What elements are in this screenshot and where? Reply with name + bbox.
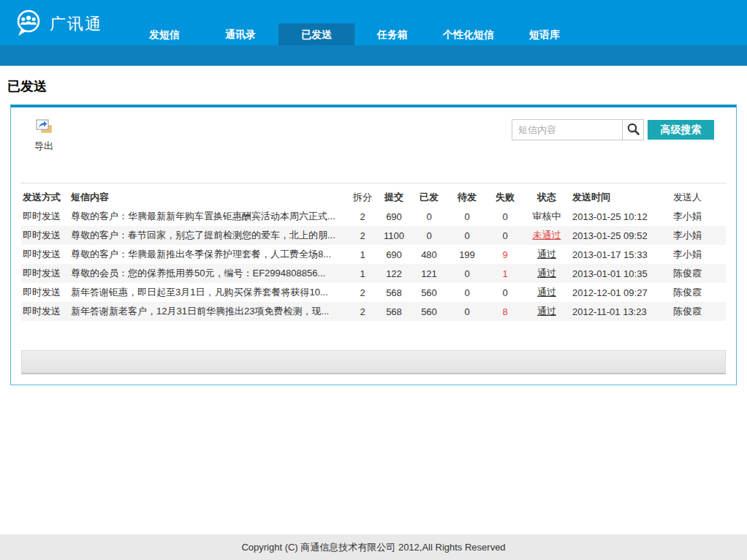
cell-pending: 0 bbox=[448, 302, 486, 321]
cell-mode: 即时发送 bbox=[21, 207, 71, 226]
toolbar-table-divider bbox=[21, 183, 726, 183]
table-row: 即时发送尊敬的客户：春节回家，别忘了提前检测您的爱车，北上的朋...211000… bbox=[21, 226, 726, 245]
cell-mode: 即时发送 bbox=[21, 283, 71, 302]
cell-pending: 0 bbox=[448, 226, 486, 245]
column-header-time: 发送时间 bbox=[569, 188, 670, 207]
nav-tabs: 发短信通讯录已发送任务箱个性化短信短语库 bbox=[126, 23, 583, 45]
cell-failed: 1 bbox=[486, 264, 524, 283]
nav-tab-send-sms[interactable]: 发短信 bbox=[126, 23, 202, 45]
column-header-content: 短信内容 bbox=[71, 188, 347, 207]
cell-submitted: 690 bbox=[378, 207, 410, 226]
chat-bubble-people-icon bbox=[13, 7, 44, 40]
cell-split: 2 bbox=[347, 226, 378, 245]
cell-split: 2 bbox=[347, 283, 378, 302]
cell-submitted: 568 bbox=[378, 283, 410, 302]
cell-submitted: 122 bbox=[378, 264, 410, 283]
cell-failed: 0 bbox=[486, 283, 524, 302]
column-header-status: 状态 bbox=[524, 188, 569, 207]
brand-logo[interactable]: 广讯通 bbox=[13, 7, 102, 40]
cell-submitted: 568 bbox=[378, 302, 410, 321]
table-row: 即时发送新年答谢钜惠，即日起至3月1日，凡购买保养套餐将获得10...25685… bbox=[21, 283, 726, 302]
brand-name: 广讯通 bbox=[50, 13, 102, 35]
cell-time: 2013-01-25 10:12 bbox=[569, 207, 670, 226]
table-body: 即时发送尊敬的客户：华腾最新新年购车置换钜惠酬宾活动本周六正式...269000… bbox=[21, 207, 726, 321]
cell-submitted: 690 bbox=[378, 245, 410, 264]
column-header-split: 拆分 bbox=[347, 188, 378, 207]
column-header-pending: 待发 bbox=[448, 188, 486, 207]
cell-failed: 8 bbox=[486, 302, 524, 321]
status-link[interactable]: 未通过 bbox=[524, 226, 569, 245]
cell-time: 2012-11-01 13:23 bbox=[569, 302, 670, 321]
table-row: 即时发送新年答谢新老客户，12月31日前华腾推出23项免费检测，现...2568… bbox=[21, 302, 726, 321]
table-row: 即时发送尊敬的会员：您的保养抵用券50元，编号：EF2994808856...1… bbox=[21, 264, 726, 283]
cell-mode: 即时发送 bbox=[21, 245, 71, 264]
cell-split: 1 bbox=[347, 264, 378, 283]
cell-sent: 121 bbox=[410, 264, 448, 283]
nav-tab-sent[interactable]: 已发送 bbox=[278, 23, 354, 45]
cell-time: 2013-01-01 10:35 bbox=[569, 264, 670, 283]
cell-mode: 即时发送 bbox=[21, 264, 71, 283]
cell-submitted: 1100 bbox=[378, 226, 410, 245]
cell-content: 尊敬的客户：华腾最新新年购车置换钜惠酬宾活动本周六正式... bbox=[71, 207, 347, 226]
cell-content: 尊敬的客户：春节回家，别忘了提前检测您的爱车，北上的朋... bbox=[71, 226, 347, 245]
cell-pending: 0 bbox=[448, 207, 486, 226]
toolbar: 导出 高级搜索 bbox=[11, 107, 736, 172]
cell-pending: 0 bbox=[448, 264, 486, 283]
column-header-mode: 发送方式 bbox=[21, 188, 71, 207]
search-button[interactable] bbox=[622, 119, 644, 140]
cell-content: 新年答谢新老客户，12月31日前华腾推出23项免费检测，现... bbox=[71, 302, 347, 321]
cell-sender: 李小娟 bbox=[670, 207, 726, 226]
cell-sent: 560 bbox=[410, 302, 448, 321]
page-title: 已发送 bbox=[7, 77, 747, 95]
top-header-bar: 广讯通 发短信通讯录已发送任务箱个性化短信短语库 bbox=[0, 0, 747, 45]
cell-mode: 即时发送 bbox=[21, 302, 71, 321]
table-header-row: 发送方式短信内容拆分提交已发待发失败状态发送时间发送人 bbox=[21, 188, 726, 207]
status-link[interactable]: 通过 bbox=[524, 283, 569, 302]
sent-list-panel: 导出 高级搜索 发送方式短信内容拆分提交已发待发失败状态发送时间发送人 即时发送… bbox=[10, 105, 737, 385]
cell-sender: 陈俊霞 bbox=[670, 283, 726, 302]
cell-content: 尊敬的客户：华腾最新推出冬季保养护理套餐，人工费全场8... bbox=[71, 245, 347, 264]
nav-tab-phrase-library[interactable]: 短语库 bbox=[507, 23, 583, 45]
cell-failed: 0 bbox=[486, 226, 524, 245]
export-button[interactable]: 导出 bbox=[34, 119, 53, 153]
cell-sender: 陈俊霞 bbox=[670, 302, 726, 321]
status-link[interactable]: 通过 bbox=[524, 245, 569, 264]
footer: Copyright (C) 商通信息技术有限公司 2012,All Rights… bbox=[0, 534, 747, 560]
cell-content: 尊敬的会员：您的保养抵用券50元，编号：EF2994808856... bbox=[71, 264, 347, 283]
nav-tab-task-box[interactable]: 任务箱 bbox=[354, 23, 431, 45]
pagination-bar bbox=[21, 350, 726, 374]
status-link[interactable]: 通过 bbox=[524, 302, 569, 321]
cell-pending: 0 bbox=[448, 283, 486, 302]
status-link: 审核中 bbox=[524, 207, 569, 226]
cell-failed: 0 bbox=[486, 207, 524, 226]
cell-sent: 0 bbox=[410, 207, 448, 226]
copyright-text: Copyright (C) 商通信息技术有限公司 2012,All Rights… bbox=[241, 542, 505, 553]
table-row: 即时发送尊敬的客户：华腾最新新年购车置换钜惠酬宾活动本周六正式...269000… bbox=[21, 207, 726, 226]
table-row: 即时发送尊敬的客户：华腾最新推出冬季保养护理套餐，人工费全场8...169048… bbox=[21, 245, 726, 264]
cell-sent: 560 bbox=[410, 283, 448, 302]
cell-failed: 9 bbox=[486, 245, 524, 264]
export-icon bbox=[36, 124, 52, 135]
search-input[interactable] bbox=[512, 119, 623, 140]
column-header-failed: 失败 bbox=[486, 188, 524, 207]
cell-time: 2013-01-17 15:33 bbox=[569, 245, 670, 264]
cell-time: 2012-12-01 09:27 bbox=[569, 283, 670, 302]
cell-sender: 陈俊霞 bbox=[670, 264, 726, 283]
status-link[interactable]: 通过 bbox=[524, 264, 569, 283]
export-label: 导出 bbox=[34, 140, 53, 153]
cell-time: 2013-01-25 09:52 bbox=[569, 226, 670, 245]
column-header-sent: 已发 bbox=[410, 188, 448, 207]
sent-messages-table: 发送方式短信内容拆分提交已发待发失败状态发送时间发送人 即时发送尊敬的客户：华腾… bbox=[21, 188, 726, 321]
cell-split: 2 bbox=[347, 207, 378, 226]
cell-sender: 李小娟 bbox=[670, 245, 726, 264]
nav-tab-contacts[interactable]: 通讯录 bbox=[202, 23, 278, 45]
cell-split: 1 bbox=[347, 245, 378, 264]
cell-content: 新年答谢钜惠，即日起至3月1日，凡购买保养套餐将获得10... bbox=[71, 283, 347, 302]
advanced-search-button[interactable]: 高级搜索 bbox=[648, 120, 714, 140]
header-sub-bar bbox=[0, 45, 747, 66]
cell-sender: 李小娟 bbox=[670, 226, 726, 245]
cell-pending: 199 bbox=[448, 245, 486, 264]
search-cluster: 高级搜索 bbox=[512, 119, 714, 140]
nav-tab-personalized-sms[interactable]: 个性化短信 bbox=[431, 23, 507, 45]
cell-split: 2 bbox=[347, 302, 378, 321]
